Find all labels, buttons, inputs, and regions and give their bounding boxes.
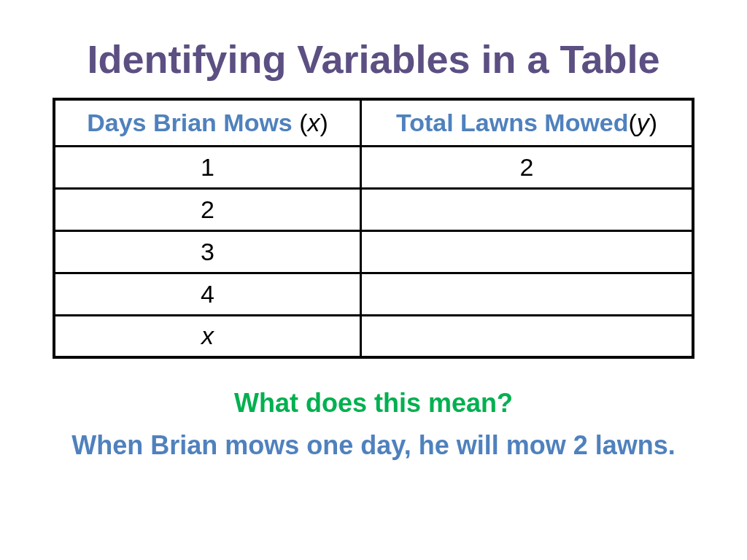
cell-y bbox=[361, 188, 693, 230]
cell-y bbox=[361, 315, 693, 357]
table-row: 4 bbox=[54, 273, 693, 315]
col-header-x-label: Days Brian Mows bbox=[87, 109, 293, 136]
variables-table: Days Brian Mows (x) Total Lawns Mowed(y)… bbox=[53, 98, 694, 359]
question-text: What does this mean? bbox=[51, 388, 696, 419]
cell-y bbox=[361, 273, 693, 315]
cell-x: x bbox=[54, 315, 361, 357]
cell-y bbox=[361, 230, 693, 273]
cell-x: 1 bbox=[54, 146, 361, 188]
cell-x: 2 bbox=[54, 188, 361, 230]
page-title: Identifying Variables in a Table bbox=[51, 36, 696, 82]
table-row: 2 bbox=[54, 188, 693, 230]
table-row: x bbox=[54, 315, 693, 357]
table-row: 3 bbox=[54, 230, 693, 273]
cell-x: 3 bbox=[54, 230, 361, 273]
cell-x: 4 bbox=[54, 273, 361, 315]
col-header-x-var: (x) bbox=[299, 109, 328, 136]
table-header-row: Days Brian Mows (x) Total Lawns Mowed(y) bbox=[54, 99, 693, 146]
col-header-y: Total Lawns Mowed(y) bbox=[361, 99, 693, 146]
col-header-y-label: Total Lawns Mowed bbox=[396, 109, 629, 136]
table-row: 1 2 bbox=[54, 146, 693, 188]
col-header-x: Days Brian Mows (x) bbox=[54, 99, 361, 146]
cell-y: 2 bbox=[361, 146, 693, 188]
col-header-y-var: (y) bbox=[629, 109, 658, 136]
answer-text: When Brian mows one day, he will mow 2 l… bbox=[51, 430, 696, 461]
